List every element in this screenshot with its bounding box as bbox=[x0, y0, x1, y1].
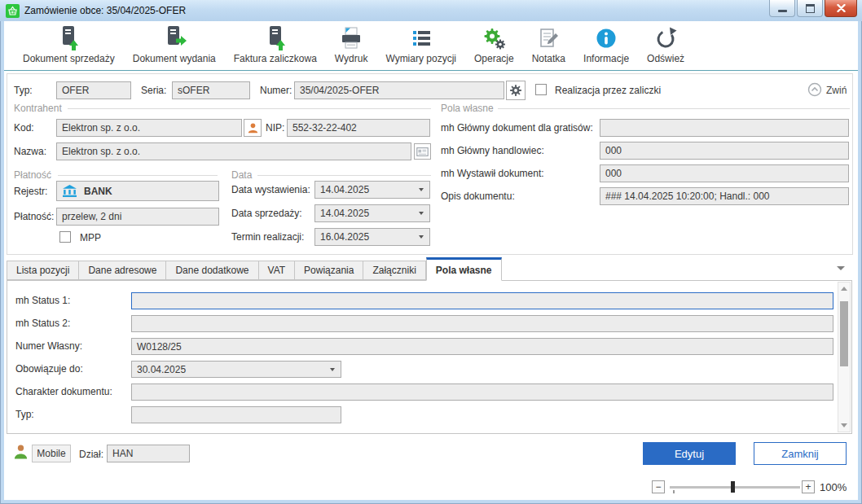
kontrahent-caption-line bbox=[68, 108, 431, 109]
data-wystawienia-dropdown[interactable]: 14.04.2025 bbox=[314, 181, 430, 199]
charakter-dokumentu-field[interactable] bbox=[131, 383, 833, 401]
opis-dokumentu-label: Opis dokumentu: bbox=[441, 191, 515, 202]
header-form: Typ: OFER Seria: sOFER Numer: 35/04/2025… bbox=[4, 72, 858, 256]
bank-icon bbox=[62, 184, 77, 198]
rejestr-label: Rejestr: bbox=[14, 186, 47, 197]
typ-wlasny-field[interactable] bbox=[131, 406, 341, 423]
mh-wystawil-field[interactable]: 000 bbox=[600, 164, 849, 182]
tab-pola-wlasne[interactable]: Pola własne bbox=[426, 257, 502, 281]
collapse-link[interactable]: Zwiń bbox=[826, 85, 847, 96]
mh-gratisy-field[interactable] bbox=[600, 119, 849, 137]
kod-field[interactable]: Elektron sp. z o.o. bbox=[56, 119, 242, 137]
mh-handlowiec-field[interactable]: 000 bbox=[600, 142, 849, 160]
mpp-checkbox[interactable] bbox=[59, 231, 71, 243]
scroll-up-icon[interactable] bbox=[841, 287, 847, 291]
tab-dane-dodatkowe[interactable]: Dane dodatkowe bbox=[166, 261, 258, 280]
toolbar-label: Dokument wydania bbox=[133, 53, 216, 64]
kod-label: Kod: bbox=[14, 122, 34, 134]
nazwa-field[interactable]: Elektron sp. z o.o. bbox=[56, 142, 411, 160]
tab-lista-pozycji[interactable]: Lista pozycji bbox=[7, 261, 79, 280]
data-sprzedazy-dropdown[interactable]: 14.04.2025 bbox=[314, 204, 430, 222]
tab-overflow-chevron-icon[interactable] bbox=[837, 266, 845, 270]
tabstrip: Lista pozycji Dane adresowe Dane dodatko… bbox=[7, 256, 502, 280]
zoom-slider-thumb[interactable] bbox=[731, 481, 735, 493]
advance-invoice-icon bbox=[262, 24, 288, 52]
dzial-field[interactable]: HAN bbox=[107, 445, 190, 462]
mpp-label: MPP bbox=[80, 232, 101, 243]
termin-realizacji-dropdown[interactable]: 16.04.2025 bbox=[314, 228, 430, 246]
toolbar-dokument-wydania[interactable]: Dokument wydania bbox=[133, 24, 216, 64]
pola-wlasne-caption-line bbox=[498, 108, 850, 109]
nip-label: NIP: bbox=[266, 122, 284, 134]
seria-field[interactable]: sOFER bbox=[172, 81, 250, 99]
nip-field[interactable]: 552-32-22-402 bbox=[287, 119, 430, 137]
charakter-dokumentu-label: Charakter dokumentu: bbox=[15, 386, 112, 397]
data-caption: Data bbox=[231, 169, 252, 181]
scrollbar-thumb[interactable] bbox=[840, 301, 848, 366]
rejestr-field[interactable]: BANK bbox=[56, 181, 219, 201]
rejestr-value: BANK bbox=[84, 186, 112, 197]
toolbar-dokument-sprzedazy[interactable]: Dokument sprzedaży bbox=[23, 24, 115, 64]
tab-vat[interactable]: VAT bbox=[259, 261, 296, 280]
toolbar-notatka[interactable]: Notatka bbox=[532, 24, 565, 64]
zoom-slider-track[interactable] bbox=[670, 486, 800, 489]
toolbar-label: Notatka bbox=[532, 53, 565, 64]
scroll-down-icon[interactable] bbox=[841, 423, 847, 427]
gear-icon bbox=[509, 84, 522, 97]
user-icon bbox=[12, 443, 29, 463]
toolbar-odswiez[interactable]: Odśwież bbox=[647, 24, 684, 64]
dropdown-arrow-icon bbox=[419, 188, 424, 191]
minimize-icon bbox=[778, 10, 787, 12]
seria-label: Seria: bbox=[141, 85, 166, 96]
mh-status1-field[interactable] bbox=[131, 292, 833, 309]
titlebar[interactable]: Zamówienie obce: 35/04/2025-OFER bbox=[0, 0, 862, 21]
numer-field[interactable]: 35/04/2025-OFER bbox=[294, 81, 504, 99]
document-issue-icon bbox=[161, 24, 187, 52]
info-icon bbox=[596, 24, 617, 52]
close-button[interactable] bbox=[825, 0, 857, 17]
minimize-button[interactable] bbox=[769, 0, 795, 17]
vertical-scrollbar[interactable] bbox=[838, 282, 851, 432]
maximize-button[interactable] bbox=[797, 0, 823, 17]
toolbar-faktura-zaliczkowa[interactable]: Faktura zaliczkowa bbox=[234, 24, 317, 64]
realizacja-checkbox[interactable] bbox=[535, 84, 547, 95]
nazwa-label: Nazwa: bbox=[14, 146, 46, 157]
typ-field[interactable]: OFER bbox=[56, 81, 131, 99]
zoom-in-button[interactable]: + bbox=[802, 480, 815, 493]
numer-settings-button[interactable] bbox=[506, 81, 526, 100]
obowiazuje-do-label: Obowiązuje do: bbox=[15, 363, 83, 375]
platnosc-caption-line bbox=[58, 175, 218, 176]
zoom-out-button[interactable]: − bbox=[652, 480, 665, 493]
mh-status2-field[interactable] bbox=[131, 315, 833, 332]
numer-wlasny-field[interactable]: W0128/25 bbox=[131, 338, 833, 355]
toolbar-wydruk[interactable]: Wydruk bbox=[335, 24, 368, 64]
mobile-badge[interactable]: Mobile bbox=[32, 445, 71, 462]
typ-label: Typ: bbox=[14, 85, 33, 96]
note-icon bbox=[537, 24, 560, 52]
data-sprzedazy-label: Data sprzedaży: bbox=[231, 208, 302, 219]
toolbar-label: Faktura zaliczkowa bbox=[234, 53, 317, 64]
order-window: Zamówienie obce: 35/04/2025-OFER Dokumen… bbox=[0, 0, 862, 504]
toolbar-operacje[interactable]: Operacje bbox=[474, 24, 514, 64]
toolbar-informacje[interactable]: Informacje bbox=[583, 24, 629, 64]
pola-wlasne-panel: mh Status 1: mh Status 2: Numer Własny: … bbox=[7, 280, 852, 434]
mh-wystawil-label: mh Wystawił dokument: bbox=[441, 168, 544, 179]
close-window-button[interactable]: Zamknij bbox=[754, 442, 847, 465]
data-wystawienia-value: 14.04.2025 bbox=[320, 184, 369, 195]
opis-dokumentu-field[interactable]: ### 14.04.2025 10:20:00; Handl.: 000 bbox=[600, 187, 849, 205]
toolbar-label: Wydruk bbox=[335, 53, 368, 64]
toolbar-wymiary-pozycji[interactable]: Wymiary pozycji bbox=[385, 24, 456, 64]
tab-powiazania[interactable]: Powiązania bbox=[295, 261, 363, 280]
platnosc-field[interactable]: przelew, 2 dni bbox=[56, 208, 219, 226]
tab-zalaczniki[interactable]: Załączniki bbox=[363, 261, 425, 280]
printer-icon bbox=[339, 24, 363, 52]
data-caption-line bbox=[257, 175, 431, 176]
numer-wlasny-label: Numer Własny: bbox=[15, 340, 82, 352]
address-card-button[interactable] bbox=[414, 143, 431, 160]
edit-button[interactable]: Edytuj bbox=[643, 442, 736, 465]
maximize-icon bbox=[806, 4, 815, 13]
obowiazuje-do-dropdown[interactable]: 30.04.2025 bbox=[131, 361, 341, 378]
typ-wlasny-label: Typ: bbox=[15, 409, 34, 420]
tab-dane-adresowe[interactable]: Dane adresowe bbox=[79, 261, 166, 280]
contractor-picker-button[interactable] bbox=[244, 119, 262, 137]
